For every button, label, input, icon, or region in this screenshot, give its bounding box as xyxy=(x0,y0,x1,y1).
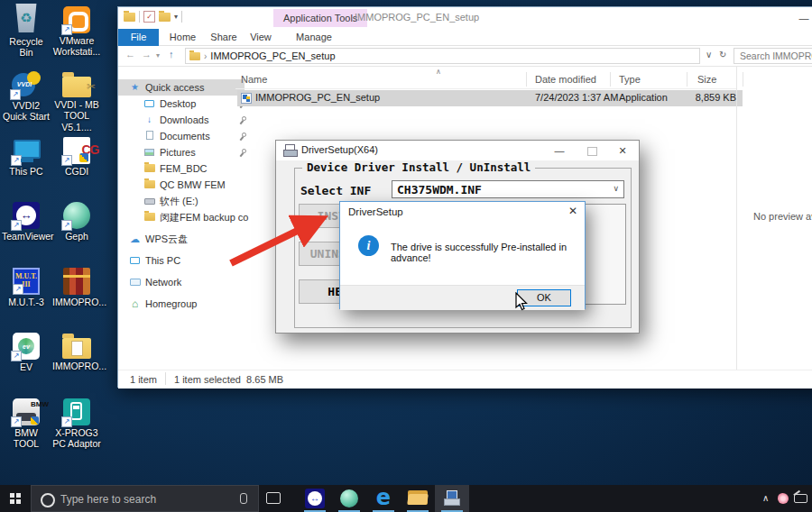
desktop-icon-label: Geph xyxy=(52,231,101,242)
properties-check-icon[interactable]: ✓ xyxy=(143,11,155,23)
desktop-icon-teamviewer[interactable]: ↔↗ TeamViewer xyxy=(2,199,51,242)
address-input[interactable]: › IMMOPROG_PC_EN_setup xyxy=(185,48,700,64)
dialog-minimize-button[interactable]: — xyxy=(547,141,572,160)
taskbar-item-driversetup[interactable] xyxy=(435,485,469,512)
quick-access-toolbar: ✓ ▾ xyxy=(124,11,182,23)
desktop-icon-xprog3[interactable]: ↗ X-PROG3 PC Adaptor xyxy=(52,396,101,450)
desktop-icon-ev[interactable]: ev↗ EV xyxy=(2,330,51,372)
taskbar-search-box[interactable]: Type here to search xyxy=(31,485,259,512)
customize-toolbar-icon[interactable]: ▾ xyxy=(174,13,178,21)
status-selected-size: 8.65 MB xyxy=(246,374,283,385)
sidebar-item-label: This PC xyxy=(145,252,180,269)
tab-home[interactable]: Home xyxy=(163,29,202,46)
folder-icon xyxy=(62,338,91,359)
column-separator[interactable] xyxy=(526,72,527,87)
desktop-icon-immoprog-folder[interactable]: IMMOPRO... xyxy=(52,330,101,371)
folder-icon[interactable] xyxy=(124,13,135,22)
shortcut-arrow-icon: ↗ xyxy=(11,220,22,231)
input-method-tray-icon[interactable] xyxy=(778,493,789,504)
desktop-icon-immoprog-archive[interactable]: IMMOPRO... xyxy=(52,265,101,307)
xprog3-icon: ↗ xyxy=(63,398,90,425)
start-button[interactable] xyxy=(0,485,31,512)
taskbar-item-geph[interactable] xyxy=(332,485,366,512)
driversetup-message-box: DriverSetup ✕ i The drive is successfull… xyxy=(339,201,586,309)
documents-icon xyxy=(143,128,155,144)
folder-icon: ✂ xyxy=(62,77,91,97)
dialog-titlebar[interactable]: DriverSetup(X64) — ✕ xyxy=(276,141,639,160)
up-icon[interactable]: ↑ xyxy=(169,49,174,59)
address-dropdown-icon[interactable]: ∨ xyxy=(706,50,712,59)
column-header-size[interactable]: Size xyxy=(697,74,716,85)
tab-manage[interactable]: Manage xyxy=(282,29,346,46)
network-icon xyxy=(129,274,141,290)
shortcut-arrow-icon: ↗ xyxy=(11,416,22,427)
status-item-count: 1 item xyxy=(130,374,157,385)
taskbar-item-edge[interactable]: e xyxy=(366,485,401,512)
this-pc-icon: ↗ xyxy=(13,137,40,164)
desktop-icon-vmware[interactable]: ↗ VMware Workstati... xyxy=(52,4,101,58)
column-separator[interactable] xyxy=(610,72,611,87)
sidebar-item-quick-access[interactable]: ★Quick access xyxy=(118,79,245,96)
shortcut-arrow-icon: ↗ xyxy=(10,89,21,100)
desktop-icon-mut3[interactable]: M.U.T.III↗ M.U.T.-3 xyxy=(2,265,51,307)
ev-icon: ev↗ xyxy=(13,333,40,360)
sidebar-item-network[interactable]: Network xyxy=(118,274,245,290)
column-header-type[interactable]: Type xyxy=(619,74,641,85)
breadcrumb-chevron-icon: › xyxy=(204,51,207,61)
tray-expand-icon[interactable]: ∧ xyxy=(762,493,769,503)
search-input[interactable]: Search IMMOPROG xyxy=(734,48,812,64)
tab-share[interactable]: Share xyxy=(206,29,242,46)
cloud-icon: ☁ xyxy=(129,231,141,247)
desktop-icon-label: M.U.T.-3 xyxy=(2,297,51,307)
sidebar-item-label: Pictures xyxy=(160,144,196,160)
microphone-icon[interactable] xyxy=(240,493,247,504)
taskbar: Type here to search ↔ e ∧ xyxy=(0,485,812,512)
dialog-maximize-button[interactable] xyxy=(587,147,597,156)
explorer-titlebar[interactable]: ✓ ▾ Application Tools IMMOPROG_PC_EN_set… xyxy=(118,7,812,29)
sidebar-item-label: WPS云盘 xyxy=(145,231,188,247)
dialog-close-button[interactable]: ✕ xyxy=(610,141,635,160)
desktop-icon-label: VVDI2 Quick Start xyxy=(2,100,51,123)
desktop-icon-geph[interactable]: ↗ Geph xyxy=(52,199,101,242)
mut3-icon: M.U.T.III↗ xyxy=(13,268,40,295)
file-row-selected[interactable]: IMMOPROG_PC_EN_setup 7/24/2023 1:37 AM A… xyxy=(237,90,743,106)
red-annotation-arrow xyxy=(222,211,332,272)
tablet-pen-tray-icon[interactable] xyxy=(794,494,807,503)
forward-icon[interactable]: → xyxy=(142,49,152,59)
desktop-icon-label: TeamViewer xyxy=(2,231,51,242)
shortcut-arrow-icon: ↗ xyxy=(61,416,72,427)
explorer-status-bar: 1 item 1 item selected 8.65 MB xyxy=(118,370,812,389)
sidebar-item-homegroup[interactable]: ⌂Homegroup xyxy=(118,296,245,312)
column-separator[interactable] xyxy=(687,72,687,87)
task-view-icon[interactable] xyxy=(266,492,281,504)
drive-icon xyxy=(143,193,155,209)
new-folder-icon[interactable] xyxy=(159,13,171,22)
desktop-icon-label: CGDI xyxy=(52,166,101,177)
desktop-icon-recycle-bin[interactable]: ♻ Recycle Bin xyxy=(2,4,51,59)
desktop-icon-bmw-tool[interactable]: BMW↗ BMW TOOL xyxy=(2,396,51,450)
shortcut-arrow-icon: ↗ xyxy=(11,155,22,166)
geph-icon: ↗ xyxy=(63,202,90,229)
desktop-icon-this-pc[interactable]: ↗ This PC xyxy=(2,134,51,177)
column-header-date[interactable]: Date modified xyxy=(535,74,596,85)
tab-file[interactable]: File xyxy=(118,29,159,46)
taskbar-item-explorer[interactable] xyxy=(401,485,435,512)
message-box-close-icon[interactable]: ✕ xyxy=(568,205,577,217)
breadcrumb[interactable]: IMMOPROG_PC_EN_setup xyxy=(210,50,335,61)
tab-view[interactable]: View xyxy=(245,29,277,46)
inf-combobox[interactable]: CH375WDM.INF ∨ xyxy=(392,180,624,198)
back-icon[interactable]: ← xyxy=(125,49,135,59)
homegroup-icon: ⌂ xyxy=(129,296,141,312)
sidebar-item-label: Homegroup xyxy=(145,296,197,312)
desktop-icon-vvdi2-quick-start[interactable]: VVDI↗ VVDI2 Quick Start xyxy=(2,69,51,123)
recycle-bin-icon: ♻ xyxy=(14,4,38,32)
taskbar-item-teamviewer[interactable]: ↔ xyxy=(298,485,332,512)
desktop-icon-vvdi-mb-tool[interactable]: ✂ VVDI - MB TOOL V5.1.... xyxy=(52,69,101,133)
groupbox-title: Device Driver Install / UnInstall xyxy=(302,160,535,174)
recent-locations-icon[interactable]: ▾ xyxy=(156,51,160,59)
refresh-icon[interactable]: ↻ xyxy=(719,50,726,59)
column-header-name[interactable]: Name xyxy=(241,74,267,85)
desktop-icon-cgdi[interactable]: CG↗ CGDI xyxy=(52,134,101,177)
info-icon: i xyxy=(358,235,379,256)
minimize-button[interactable]: — xyxy=(790,9,812,27)
